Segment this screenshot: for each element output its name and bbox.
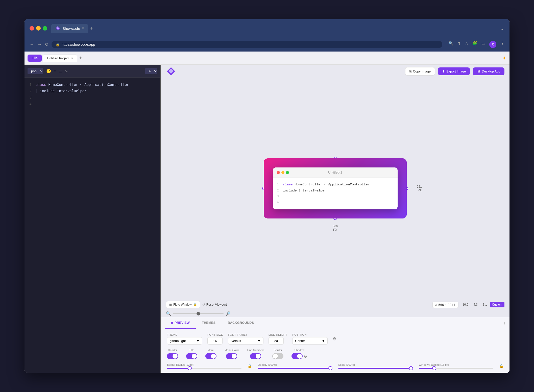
emoji-icon[interactable]: 🙂 xyxy=(46,69,51,74)
code-content-2: │ include IntervalHelper xyxy=(36,88,87,94)
traffic-light-red[interactable] xyxy=(30,26,34,31)
ratio-1-1-btn[interactable]: 1:1 xyxy=(481,302,489,307)
border-radius-slider-group: Border Radius (12 px) xyxy=(167,363,241,369)
border-toggle[interactable] xyxy=(272,353,283,359)
width-label-w: W xyxy=(435,303,437,306)
code-line-4: 4 xyxy=(27,101,158,107)
theme-select[interactable]: github-light ▼ xyxy=(167,337,202,345)
border-radius-lock-icon[interactable]: 🔒 xyxy=(248,364,252,368)
sc-num-4: 4 xyxy=(277,199,280,205)
ratio-16-9-btn[interactable]: 16:9 xyxy=(460,302,470,307)
menu-toggle[interactable] xyxy=(205,353,216,359)
zoom-thumb[interactable] xyxy=(197,312,200,315)
settings-tab-arrow[interactable]: ↓ xyxy=(503,321,505,325)
new-tab-btn[interactable]: + xyxy=(90,26,93,31)
tab-themes[interactable]: THEMES xyxy=(196,317,222,329)
line-height-input[interactable]: 20 xyxy=(269,337,284,345)
new-project-tab-btn[interactable]: + xyxy=(79,55,82,61)
window-icon[interactable]: ▭ xyxy=(59,69,62,74)
tab-close-btn[interactable]: × xyxy=(82,27,84,30)
back-btn[interactable]: ← xyxy=(30,42,34,47)
bookmark-icon[interactable]: ☆ xyxy=(465,41,468,48)
language-select[interactable]: php xyxy=(28,68,43,74)
app-main: php 🙂 + ▭ ⎋ 4 1 class HomeControlle xyxy=(25,65,509,373)
refresh-btn[interactable]: ↻ xyxy=(45,42,48,47)
line-numbers-toggle[interactable] xyxy=(250,353,261,359)
reset-viewport-btn[interactable]: ↺ Reset Viewport xyxy=(202,303,227,306)
line-height-field: Line Height 20 xyxy=(269,333,287,345)
code-line-3: 3 xyxy=(27,94,158,101)
browser-menu-dots[interactable]: ⋮ xyxy=(500,41,504,48)
app-tabbar: File Untitled Project × + ✦ xyxy=(25,52,509,65)
window-padding-thumb[interactable] xyxy=(432,366,436,370)
width-input[interactable]: 566 xyxy=(439,303,444,307)
opacity-track xyxy=(258,368,332,369)
font-family-select[interactable]: Default ▼ xyxy=(228,337,263,345)
height-input[interactable]: 221 xyxy=(448,303,453,307)
opacity-thumb[interactable] xyxy=(328,366,332,370)
browser-menu-icon[interactable]: ⌄ xyxy=(500,25,504,31)
theme-field: Theme github-light ▼ xyxy=(167,333,202,345)
extensions-icon[interactable]: 🧩 xyxy=(472,41,477,48)
sidebar-toggle-icon[interactable]: ▭ xyxy=(481,41,485,48)
window-padding-lock-icon[interactable]: 🔒 xyxy=(499,364,503,368)
header-toggle[interactable] xyxy=(167,353,178,359)
line-count-select[interactable]: 4 xyxy=(145,68,157,74)
code-editor[interactable]: 1 class HomeController < ApplicationCont… xyxy=(25,78,160,373)
tab-backgrounds[interactable]: BACKGROUNDS xyxy=(222,317,260,329)
fit-to-window-btn[interactable]: ⊞ Fit to Window 🔓 xyxy=(166,301,200,308)
project-tab[interactable]: Untitled Project × xyxy=(43,55,77,62)
scale-thumb[interactable] xyxy=(409,366,413,370)
profile-icon[interactable]: X xyxy=(489,41,496,48)
traffic-light-yellow[interactable] xyxy=(36,26,41,31)
preview-tab-dot xyxy=(171,322,173,324)
font-size-input[interactable]: 16 xyxy=(207,337,223,345)
browser-tab[interactable]: Showcode × xyxy=(51,24,88,33)
height-unit: PX xyxy=(417,188,422,192)
tab-preview[interactable]: PREVIEW xyxy=(165,317,196,329)
sc-line-3: 3 xyxy=(277,193,394,199)
theme-toggle-btn[interactable]: ✦ xyxy=(502,55,506,61)
sliders-row: Border Radius (12 px) 🔒 Opacity xyxy=(167,363,503,369)
screenshot-traffic-lights xyxy=(277,171,289,174)
desktop-app-btn[interactable]: 🖥 Desktop App xyxy=(473,67,504,75)
title-toggle[interactable] xyxy=(186,353,197,359)
theme-label: Theme xyxy=(167,333,202,336)
export-editor-icon[interactable]: ⎋ xyxy=(65,69,67,74)
lock-icon-fit: 🔓 xyxy=(193,303,197,306)
ratio-4-3-btn[interactable]: 4:3 xyxy=(471,302,480,307)
position-value: Center xyxy=(295,339,305,343)
position-select[interactable]: Center ▼ xyxy=(292,337,328,345)
traffic-light-green[interactable] xyxy=(43,26,47,31)
zoom-in-icon[interactable]: 🔎 xyxy=(226,311,231,316)
shadow-toggle[interactable] xyxy=(292,353,303,359)
zoom-out-icon[interactable]: 🔍 xyxy=(166,311,171,316)
search-icon[interactable]: 🔍 xyxy=(448,41,453,48)
file-menu-btn[interactable]: File xyxy=(28,55,42,62)
height-label-h: H xyxy=(454,303,456,306)
menu-color-toggle[interactable] xyxy=(226,353,237,359)
share-icon[interactable]: ⬆ xyxy=(457,41,461,48)
code-screenshot: Untitled-1 1 class HomeController < Appl… xyxy=(264,158,407,218)
add-icon[interactable]: + xyxy=(54,69,56,74)
settings-gear-icon[interactable]: ⚙ xyxy=(333,336,336,341)
export-image-btn[interactable]: ⬆ Export Image xyxy=(438,67,470,75)
settings-content: Theme github-light ▼ Font Size 16 Font F… xyxy=(161,329,509,373)
forward-btn[interactable]: → xyxy=(37,42,42,47)
zoom-slider[interactable] xyxy=(173,313,224,314)
sc-keyword-class: class xyxy=(283,183,295,186)
address-bar[interactable]: 🔒 https://showcode.app xyxy=(52,41,442,48)
scale-slider-group: Scale (100%) xyxy=(338,363,413,369)
project-tab-label: Untitled Project xyxy=(47,56,69,60)
line-numbers-toggle-knob xyxy=(256,354,261,359)
project-tab-close[interactable]: × xyxy=(71,57,73,60)
screenshot-titlebar: Untitled-1 xyxy=(273,167,398,178)
tab-label: Showcode xyxy=(62,26,80,31)
sc-line-1: 1 class HomeController < ApplicationCont… xyxy=(277,182,394,187)
shadow-gear-icon[interactable]: ⚙ xyxy=(304,354,307,359)
border-radius-label: Border Radius (12 px) xyxy=(167,363,241,366)
border-radius-thumb[interactable] xyxy=(188,366,192,370)
toggles-row: Header Title Menu xyxy=(167,349,503,359)
copy-image-btn[interactable]: ⎘ Copy Image xyxy=(405,67,435,76)
ratio-custom-btn[interactable]: Custom xyxy=(490,302,504,307)
